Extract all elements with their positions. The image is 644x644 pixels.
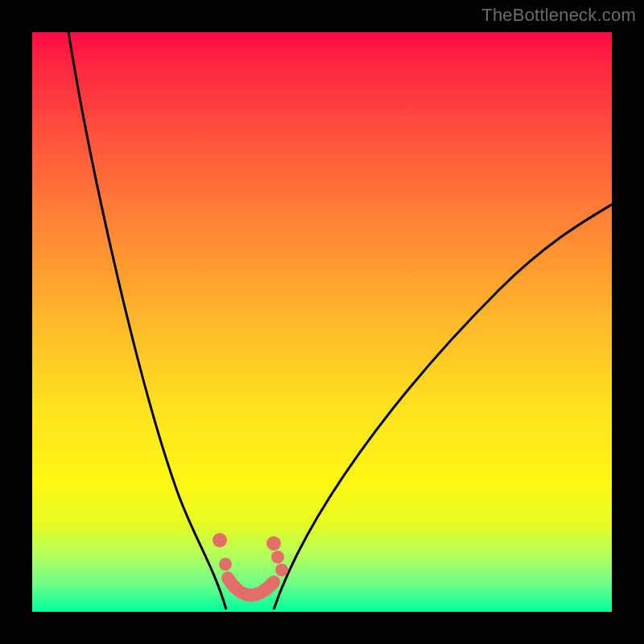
chart-frame: TheBottleneck.com (0, 0, 644, 644)
watermark-text: TheBottleneck.com (481, 5, 636, 26)
marker-dot (275, 564, 288, 576)
chart-svg (32, 32, 612, 612)
curve-right (274, 204, 612, 609)
valley-arc (228, 578, 274, 595)
marker-dot (266, 536, 281, 551)
marker-dot (271, 551, 284, 564)
curve-left (68, 32, 226, 609)
marker-dot (219, 558, 232, 571)
marker-dot (213, 533, 227, 547)
chart-plot-area (32, 32, 612, 612)
